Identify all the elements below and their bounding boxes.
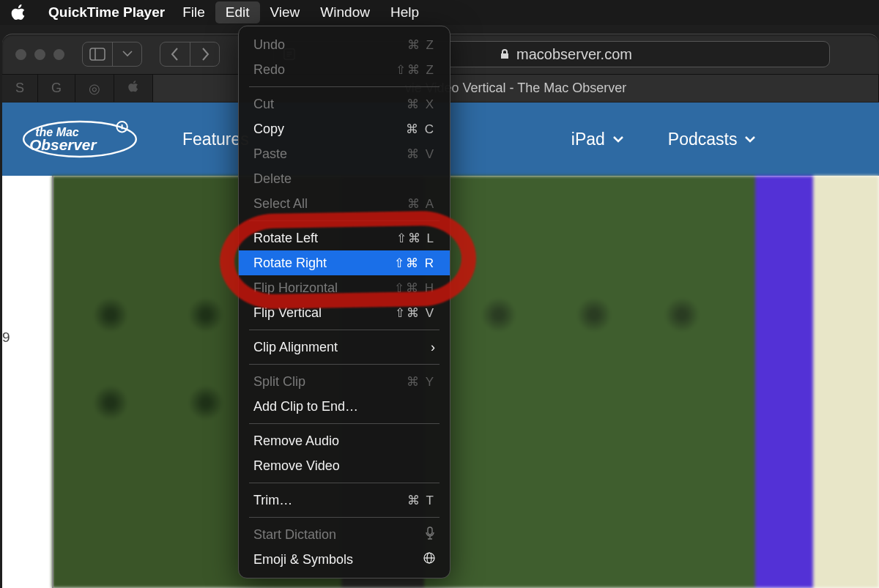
chevron-down-icon: [744, 133, 756, 145]
menu-item-label: Remove Audio: [253, 433, 435, 449]
forward-button[interactable]: [190, 42, 219, 66]
sidebar-menu-button[interactable]: [112, 42, 141, 66]
menu-item-label: Copy: [253, 122, 406, 137]
menu-item-label: Clip Alignment: [253, 340, 431, 355]
menu-shortcut: ⌘ V: [407, 146, 435, 162]
svg-rect-0: [90, 48, 105, 60]
apple-logo-icon: [10, 4, 26, 21]
menu-item-start-dictation: Start Dictation: [239, 522, 450, 547]
pinned-tab[interactable]: ◎: [75, 75, 114, 102]
menu-item-remove-audio[interactable]: Remove Audio: [239, 428, 450, 453]
menu-shortcut: ⌘ Z: [407, 37, 435, 53]
menu-item-label: Cut: [253, 97, 407, 112]
menu-item-copy[interactable]: Copy⌘ C: [239, 116, 450, 141]
menu-item-label: Flip Horizontal: [253, 280, 394, 296]
menu-item-trim[interactable]: Trim…⌘ T: [239, 488, 450, 513]
nav-label: Podcasts: [668, 130, 738, 149]
menu-shortcut: ⇧⌘ R: [394, 256, 435, 271]
menu-item-label: Remove Video: [253, 458, 435, 474]
tab-icon: ◎: [89, 81, 100, 97]
menu-item-label: Undo: [253, 37, 407, 53]
menubar-window[interactable]: Window: [310, 1, 380, 23]
address-bar-text: macobserver.com: [516, 46, 632, 63]
menu-item-label: Rotate Right: [253, 256, 394, 271]
menubar-view[interactable]: View: [260, 1, 311, 23]
tab-icon: S: [15, 81, 24, 96]
menu-shortcut: ⇧⌘ H: [394, 280, 435, 296]
menu-item-redo: Redo⇧⌘ Z: [239, 57, 450, 82]
menu-item-delete: Delete: [239, 166, 450, 191]
pinned-tab[interactable]: S: [2, 75, 38, 102]
tab-icon: G: [51, 81, 62, 96]
menu-item-label: Flip Vertical: [253, 305, 395, 321]
chevron-down-icon: [612, 133, 624, 145]
nav-podcasts[interactable]: Podcasts: [668, 130, 757, 149]
menu-item-label: Start Dictation: [253, 527, 425, 543]
side-number: 9: [2, 330, 10, 346]
svg-text:Observer: Observer: [29, 136, 97, 153]
menu-item-label: Delete: [253, 171, 435, 187]
video-frame-border: [52, 176, 879, 588]
menu-item-flip-horizontal: Flip Horizontal⇧⌘ H: [239, 275, 450, 300]
menu-item-paste: Paste⌘ V: [239, 141, 450, 166]
macos-menubar: QuickTime Player File Edit View Window H…: [0, 0, 879, 25]
pinned-tab[interactable]: [114, 75, 153, 102]
menu-item-label: Paste: [253, 146, 407, 162]
menu-shortcut: ⌘ Y: [407, 374, 435, 390]
close-button[interactable]: [15, 49, 26, 60]
menu-item-label: Select All: [253, 196, 407, 212]
menu-shortcut: ⇧⌘ L: [396, 231, 435, 246]
window-controls: [15, 49, 64, 60]
pinned-tab[interactable]: G: [38, 75, 75, 102]
menu-item-add-clip-to-end[interactable]: Add Clip to End…: [239, 394, 450, 419]
menu-shortcut: ⇧⌘ V: [395, 305, 435, 321]
menu-item-split-clip: Split Clip⌘ Y: [239, 369, 450, 394]
menu-item-label: Split Clip: [253, 374, 407, 390]
menubar-app-name: QuickTime Player: [41, 1, 172, 23]
menu-item-select-all: Select All⌘ A: [239, 191, 450, 216]
nav-label: iPad: [571, 130, 605, 149]
menu-item-flip-vertical[interactable]: Flip Vertical⇧⌘ V: [239, 300, 450, 325]
menu-item-label: Add Clip to End…: [253, 399, 435, 414]
lock-icon: [499, 48, 511, 60]
menu-item-label: Emoji & Symbols: [253, 552, 423, 567]
menu-item-undo: Undo⌘ Z: [239, 32, 450, 57]
menubar-file[interactable]: File: [172, 1, 215, 23]
menu-shortcut: ⌘ X: [407, 97, 435, 112]
apple-tab-icon: [127, 81, 139, 96]
nav-ipad[interactable]: iPad: [571, 130, 624, 149]
chevron-right-icon: ›: [431, 340, 435, 355]
minimize-button[interactable]: [34, 49, 45, 60]
menu-shortcut: ⌘ T: [407, 493, 435, 508]
back-button[interactable]: [160, 42, 190, 66]
menu-shortcut: ⌘ A: [407, 196, 435, 212]
menu-item-clip-alignment[interactable]: Clip Alignment›: [239, 335, 450, 360]
sidebar-toggle-button[interactable]: [83, 42, 112, 66]
edit-menu: Undo⌘ ZRedo⇧⌘ ZCut⌘ XCopy⌘ CPaste⌘ VDele…: [238, 26, 450, 578]
menu-item-remove-video[interactable]: Remove Video: [239, 453, 450, 478]
menu-item-label: Trim…: [253, 493, 407, 508]
zoom-button[interactable]: [53, 49, 64, 60]
menu-item-rotate-left[interactable]: Rotate Left⇧⌘ L: [239, 226, 450, 250]
menu-shortcut: ⌘ C: [406, 122, 435, 137]
sidebar-toggle-group: [82, 42, 142, 67]
menu-item-label: Rotate Left: [253, 231, 396, 246]
menu-item-rotate-right[interactable]: Rotate Right⇧⌘ R: [239, 250, 450, 275]
globe-icon: [423, 552, 435, 567]
menu-item-cut: Cut⌘ X: [239, 92, 450, 116]
macobserver-logo[interactable]: the Mac Observer: [21, 117, 138, 161]
menu-item-emoji-symbols[interactable]: Emoji & Symbols: [239, 547, 450, 572]
menubar-edit[interactable]: Edit: [215, 1, 260, 23]
menubar-help[interactable]: Help: [380, 1, 429, 23]
svg-rect-11: [428, 527, 432, 535]
nav-group: [160, 42, 220, 67]
menu-shortcut: ⇧⌘ Z: [396, 62, 435, 78]
mic-icon: [425, 526, 435, 543]
menu-item-label: Redo: [253, 62, 396, 78]
